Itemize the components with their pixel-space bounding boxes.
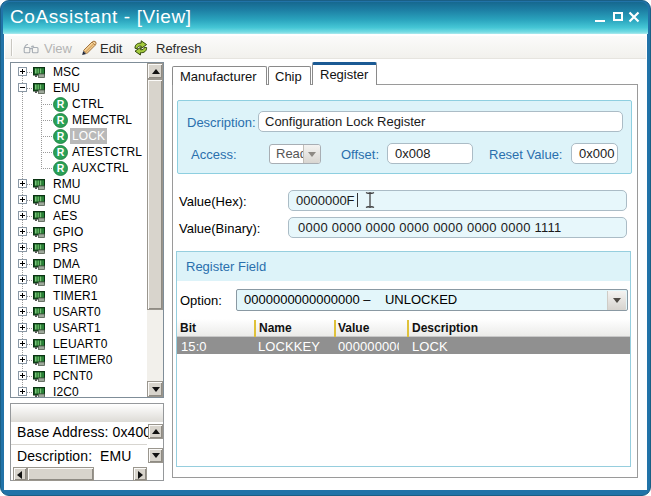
- svg-text:R: R: [57, 130, 65, 142]
- svg-text:R: R: [57, 146, 65, 158]
- svg-text:R: R: [57, 162, 65, 174]
- svg-text:R: R: [57, 98, 65, 110]
- svg-text:R: R: [57, 114, 65, 126]
